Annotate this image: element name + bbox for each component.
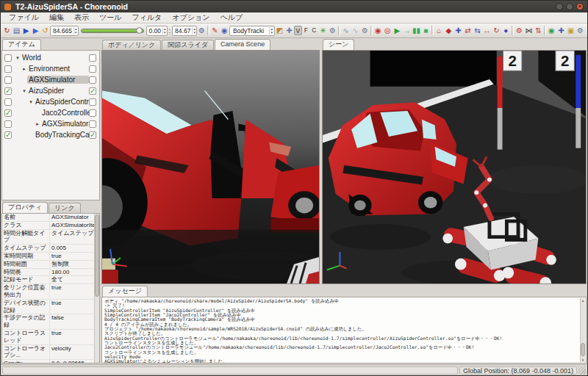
first-person-view-icon[interactable]: ◉ (220, 25, 229, 37)
property-row[interactable]: クラス AGXSimulatorItem (2, 222, 99, 230)
media-playback-icon[interactable]: ▤ (12, 25, 21, 37)
tree-item[interactable]: ▾ AizuSpiderController (3, 96, 98, 107)
collision-model-button[interactable]: C (310, 26, 318, 35)
flip-pose-icon[interactable]: ↔ (482, 25, 492, 37)
tab-links[interactable]: リンク (49, 203, 81, 213)
message-log[interactable]: ボディ "/home/nakaoka/choreonoid/share/mode… (102, 297, 586, 364)
time-max-spinbox[interactable]: 84.67 ▴▾ (172, 26, 197, 36)
item-checkbox[interactable] (4, 76, 12, 84)
item-checkbox-secondary[interactable] (89, 120, 96, 128)
menu-item[interactable]: 表示 (69, 12, 94, 23)
item-checkbox[interactable] (4, 87, 12, 95)
item-checkbox[interactable] (4, 98, 12, 106)
tab-properties[interactable]: プロパティ (2, 202, 48, 213)
camera-scene-view[interactable] (101, 50, 320, 284)
menu-item[interactable]: ファイル (4, 12, 44, 23)
collision-lines-icon[interactable]: ✳ (318, 25, 328, 37)
tab-body-link[interactable]: ボディ／リンク (102, 40, 161, 50)
item-checkbox-secondary[interactable] (89, 76, 96, 84)
start-playback-icon[interactable]: ▶ (392, 25, 402, 37)
close-button[interactable] (576, 3, 584, 10)
capture-view-icon[interactable]: ▣ (566, 25, 576, 37)
property-row[interactable]: 干渉データの記録 false (2, 314, 99, 330)
item-checkbox[interactable] (4, 65, 12, 73)
property-row[interactable]: コントローラオプシ... velocity (2, 345, 99, 361)
left-to-right-copy-icon[interactable]: ⇆ (473, 25, 482, 37)
property-row[interactable]: Gravity 0 0 -9.80665 (2, 360, 99, 364)
scroll-up-icon[interactable]: ▴ (581, 298, 585, 303)
item-checkbox-secondary[interactable] (89, 131, 96, 139)
maximize-button[interactable] (566, 3, 573, 10)
restart-simulation-icon[interactable]: ◎ (383, 25, 392, 37)
minimize-button[interactable] (556, 3, 563, 10)
move-to-origin-icon[interactable]: ⌂ (434, 25, 444, 37)
item-checkbox-secondary[interactable] (89, 65, 96, 73)
property-row[interactable]: 全リンク位置姿勢出力 true (2, 284, 99, 300)
pause-simulation-icon[interactable]: ▮▮ (412, 25, 421, 37)
time-min-spinbox[interactable]: 0.00 ▴▾ (146, 26, 168, 36)
right-to-left-copy-icon[interactable]: ⇄ (463, 25, 473, 37)
item-checkbox-secondary[interactable] (89, 109, 96, 117)
tab-scene[interactable]: シーン (323, 39, 354, 50)
edit-mode-icon[interactable]: ✎ (210, 25, 220, 37)
fit-view-icon[interactable]: ✚ (556, 25, 566, 37)
resume-playback-icon[interactable]: ▶ (31, 25, 40, 37)
item-checkbox[interactable] (4, 131, 12, 139)
play-from-start-icon[interactable]: ▶ (21, 25, 31, 37)
property-row[interactable]: 時間範囲 無制限 (2, 261, 99, 269)
spin-arrows-icon[interactable]: ▴▾ (74, 27, 77, 35)
property-row[interactable]: 名前 AGXSimulator (2, 214, 99, 222)
tree-item[interactable]: AGXSimulator (3, 74, 98, 85)
spin-arrows-icon[interactable]: ▴▾ (192, 27, 196, 35)
world-coordinate-icon[interactable]: ◉ (547, 25, 556, 37)
preset-kinematics-icon[interactable]: ⋈ (524, 25, 534, 37)
scrollbar-thumb[interactable] (95, 214, 99, 297)
forward-kinematics-icon[interactable]: ⚙ (514, 25, 524, 37)
graph-config-icon[interactable]: ⚙ (360, 25, 370, 37)
stop-simulation-icon[interactable]: ■ (421, 25, 431, 37)
property-row[interactable]: コントローラスレッド true (2, 330, 99, 345)
tree-item[interactable]: ▸ Environment (3, 63, 98, 74)
refresh-time-icon[interactable]: ↺ (40, 25, 50, 37)
property-row[interactable]: タイムステップ 0.005 (2, 245, 99, 253)
graph-wave1-icon[interactable]: ∿ (341, 25, 351, 37)
inverse-kinematics-icon[interactable]: ⇅ (534, 25, 543, 37)
properties-scrollbar[interactable] (94, 214, 99, 363)
property-row[interactable]: 時間分解能タイプ タイムステップ (2, 230, 99, 245)
tree-item[interactable]: ▾ World (3, 52, 98, 63)
menu-item[interactable]: 編集 (44, 12, 69, 23)
property-row[interactable]: 実時間同期 true (2, 253, 99, 261)
realtime-sync-icon[interactable]: → (402, 25, 412, 37)
time-slider[interactable] (81, 26, 144, 36)
tree-expander-icon[interactable]: ▾ (15, 55, 21, 61)
store-initial-state-icon[interactable]: ↻ (2, 25, 12, 37)
tree-expander-icon[interactable]: ▾ (21, 88, 27, 94)
view-config-icon[interactable]: ⚙ (576, 25, 585, 37)
item-checkbox-secondary[interactable] (89, 98, 96, 106)
item-checkbox-secondary[interactable] (89, 54, 96, 62)
wireframe-button[interactable]: F (302, 26, 310, 35)
tree-item[interactable]: ▸ AGXSimulator-AizuSpider (3, 118, 98, 129)
item-checkbox-secondary[interactable] (89, 87, 96, 95)
titlebar[interactable]: T2-AizuSpiderSA - Choreonoid (1, 1, 587, 12)
property-row[interactable]: 記録モード 全て (2, 276, 99, 284)
tree-expander-icon[interactable]: ▸ (21, 66, 27, 72)
tab-items[interactable]: アイテム (2, 39, 41, 50)
visual-model-button[interactable]: V (294, 26, 302, 35)
scene-view[interactable]: 2 2 (322, 50, 587, 284)
scroll-down-icon[interactable]: ▾ (581, 358, 585, 362)
standard-pose-icon[interactable]: ✚ (453, 25, 463, 37)
tab-camera-scene[interactable]: Camera Scene (215, 39, 270, 50)
scrollbar-thumb[interactable] (581, 343, 585, 356)
combo-arrows-icon[interactable]: ▴▾ (269, 27, 273, 35)
menu-item[interactable]: ヘルプ (215, 12, 248, 23)
tab-joint-slider[interactable]: 関節スライダ (162, 40, 214, 50)
property-row[interactable]: デバイス状態の記録 true (2, 300, 99, 315)
menu-item[interactable]: オプション (167, 12, 215, 23)
resize-grip[interactable] (578, 366, 586, 375)
spin-arrows-icon[interactable]: ▴▾ (162, 27, 166, 35)
start-simulation-icon[interactable]: ◉ (373, 25, 383, 37)
tree-expander-icon[interactable]: ▸ (35, 121, 40, 127)
tab-message[interactable]: メッセージ (102, 286, 148, 297)
camera-combo[interactable]: BodyTracki ▴▾ (229, 26, 275, 36)
